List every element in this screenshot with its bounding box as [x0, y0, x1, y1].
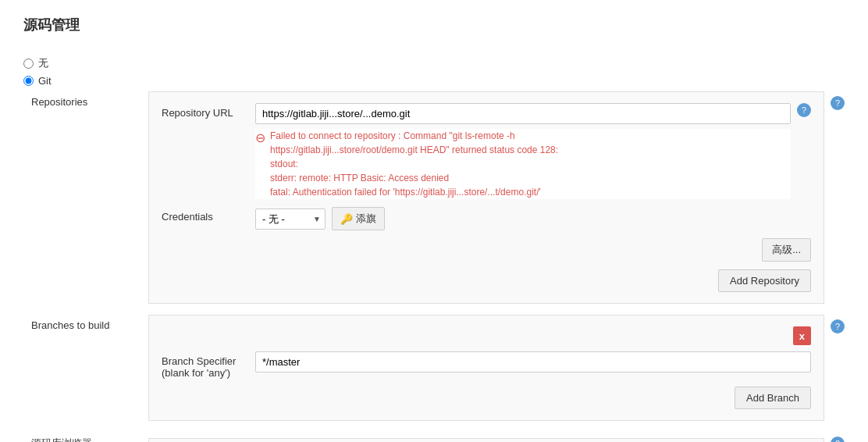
radio-git-group: Git — [23, 75, 845, 87]
source-browser-inner: (自动) https://... ? — [148, 432, 845, 442]
repositories-inner: Repository URL ⊖ Failed to connect to re… — [148, 91, 845, 304]
branches-content: x Branch Specifier (blank for 'any') Add… — [148, 315, 824, 421]
error-text: Failed to connect to repository : Comman… — [270, 129, 558, 199]
add-branch-row: Add Branch — [162, 387, 811, 409]
branches-section: Branches to build x Branch Specifier (bl… — [23, 315, 845, 421]
error-line2: https://gitlab.jiji...store/root/demo.gi… — [270, 144, 558, 155]
source-browser-bar: (自动) https://... — [148, 438, 824, 442]
branch-specifier-row: Branch Specifier (blank for 'any') — [162, 351, 811, 379]
source-browser-help-icon[interactable]: ? — [831, 437, 845, 442]
branch-specifier-input[interactable] — [255, 351, 811, 372]
source-browser-label: 源码库浏览器 — [23, 432, 148, 442]
source-browser-section: 源码库浏览器 (自动) https://... ? — [23, 432, 845, 442]
add-repo-row: Add Repository — [162, 269, 811, 292]
branches-label: Branches to build — [23, 315, 148, 331]
radio-none-group: 无 — [23, 56, 845, 70]
credentials-select[interactable]: - 无 - — [255, 209, 326, 230]
error-icon: ⊖ — [255, 130, 265, 145]
credentials-label: Credentials — [162, 207, 255, 223]
add-branch-button[interactable]: Add Branch — [735, 387, 811, 409]
radio-git-label[interactable]: Git — [38, 75, 52, 87]
advanced-button[interactable]: 高级... — [762, 238, 811, 262]
branch-specifier-control — [255, 351, 811, 372]
branches-help-icon[interactable]: ? — [831, 319, 845, 333]
x-icon: x — [799, 330, 805, 342]
radio-none[interactable] — [23, 59, 34, 69]
radio-git[interactable] — [23, 76, 34, 86]
credentials-control: - 无 - ▼ 🔑 添旗 — [255, 207, 811, 230]
branch-specifier-label: Branch Specifier (blank for 'any') — [162, 351, 255, 379]
error-line3: stdout: — [270, 159, 298, 169]
repo-url-label: Repository URL — [162, 103, 255, 119]
remove-branch-button[interactable]: x — [793, 326, 811, 345]
add-credential-button[interactable]: 🔑 添旗 — [332, 207, 385, 230]
credentials-row: Credentials - 无 - ▼ 🔑 添旗 — [162, 207, 811, 230]
repositories-help-icon[interactable]: ? — [831, 96, 845, 110]
repo-url-control: ⊖ Failed to connect to repository : Comm… — [255, 103, 791, 199]
error-block: ⊖ Failed to connect to repository : Comm… — [255, 129, 791, 199]
repositories-content: Repository URL ⊖ Failed to connect to re… — [148, 91, 824, 304]
repo-url-help-icon[interactable]: ? — [797, 103, 811, 117]
repo-url-input[interactable] — [255, 103, 791, 124]
repo-buttons-row: 高级... — [162, 238, 811, 266]
radio-none-label[interactable]: 无 — [38, 56, 48, 70]
page-title: 源码管理 — [23, 16, 845, 41]
error-line1: Failed to connect to repository : Comman… — [270, 130, 515, 141]
x-btn-row: x — [162, 326, 811, 345]
credentials-select-wrapper: - 无 - ▼ — [255, 209, 326, 230]
error-line4: stderr: remote: HTTP Basic: Access denie… — [270, 173, 449, 184]
add-credential-label: 添旗 — [356, 212, 376, 226]
repositories-section: Repositories Repository URL ⊖ Failed to … — [23, 91, 845, 304]
key-icon: 🔑 — [340, 213, 353, 225]
repo-url-row: Repository URL ⊖ Failed to connect to re… — [162, 103, 811, 199]
repositories-label: Repositories — [23, 91, 148, 108]
branches-inner: x Branch Specifier (blank for 'any') Add… — [148, 315, 845, 421]
credentials-controls: - 无 - ▼ 🔑 添旗 — [255, 207, 811, 230]
add-repository-button[interactable]: Add Repository — [718, 269, 811, 292]
error-line5: fatal: Authentication failed for 'https:… — [270, 187, 541, 198]
